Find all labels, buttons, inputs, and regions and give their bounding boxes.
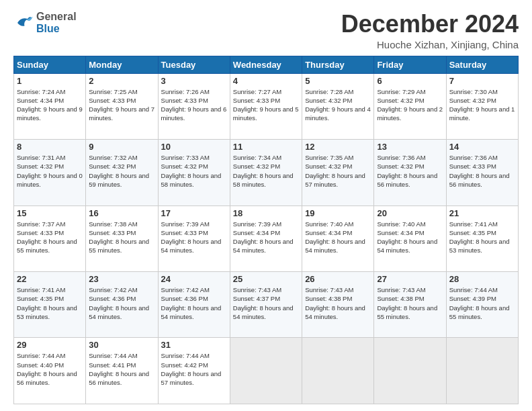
table-row xyxy=(446,338,518,404)
day-number: 22 xyxy=(17,274,83,284)
day-info: Sunrise: 7:35 AMSunset: 4:32 PMDaylight:… xyxy=(305,153,371,189)
day-number: 3 xyxy=(161,76,227,86)
day-info: Sunrise: 7:44 AMSunset: 4:42 PMDaylight:… xyxy=(161,351,227,387)
day-info: Sunrise: 7:44 AMSunset: 4:41 PMDaylight:… xyxy=(89,351,154,387)
day-number: 20 xyxy=(377,208,443,218)
day-info: Sunrise: 7:44 AMSunset: 4:40 PMDaylight:… xyxy=(17,351,83,387)
day-info: Sunrise: 7:34 AMSunset: 4:32 PMDaylight:… xyxy=(233,153,299,189)
day-number: 16 xyxy=(89,208,154,218)
day-number: 15 xyxy=(17,208,83,218)
calendar-week-row: 22 Sunrise: 7:41 AMSunset: 4:35 PMDaylig… xyxy=(14,272,519,338)
day-number: 7 xyxy=(449,76,515,86)
day-info: Sunrise: 7:33 AMSunset: 4:32 PMDaylight:… xyxy=(161,153,227,189)
day-info: Sunrise: 7:36 AMSunset: 4:32 PMDaylight:… xyxy=(377,153,443,189)
col-wednesday: Wednesday xyxy=(230,56,302,73)
day-number: 19 xyxy=(305,208,371,218)
table-row: 16 Sunrise: 7:38 AMSunset: 4:33 PMDaylig… xyxy=(86,205,158,271)
table-row: 1 Sunrise: 7:24 AMSunset: 4:34 PMDayligh… xyxy=(14,73,86,139)
col-sunday: Sunday xyxy=(14,56,86,73)
table-row: 29 Sunrise: 7:44 AMSunset: 4:40 PMDaylig… xyxy=(14,338,86,404)
day-info: Sunrise: 7:39 AMSunset: 4:34 PMDaylight:… xyxy=(233,220,299,255)
day-number: 10 xyxy=(161,142,227,152)
calendar-week-row: 1 Sunrise: 7:24 AMSunset: 4:34 PMDayligh… xyxy=(14,73,519,139)
table-row: 6 Sunrise: 7:29 AMSunset: 4:32 PMDayligh… xyxy=(374,73,446,139)
day-info: Sunrise: 7:25 AMSunset: 4:33 PMDaylight:… xyxy=(89,87,154,123)
day-number: 9 xyxy=(89,142,154,152)
table-row xyxy=(374,338,446,404)
day-info: Sunrise: 7:44 AMSunset: 4:39 PMDaylight:… xyxy=(449,285,515,321)
day-number: 18 xyxy=(233,208,299,218)
table-row: 11 Sunrise: 7:34 AMSunset: 4:32 PMDaylig… xyxy=(230,140,302,205)
day-info: Sunrise: 7:43 AMSunset: 4:37 PMDaylight:… xyxy=(233,285,299,321)
table-row: 21 Sunrise: 7:41 AMSunset: 4:35 PMDaylig… xyxy=(446,205,518,271)
day-number: 29 xyxy=(17,340,83,350)
table-row: 22 Sunrise: 7:41 AMSunset: 4:35 PMDaylig… xyxy=(14,272,86,338)
logo-text: General Blue xyxy=(36,11,77,34)
table-row: 3 Sunrise: 7:26 AMSunset: 4:33 PMDayligh… xyxy=(158,73,230,139)
day-number: 31 xyxy=(161,340,227,350)
table-row: 30 Sunrise: 7:44 AMSunset: 4:41 PMDaylig… xyxy=(86,338,158,404)
day-number: 24 xyxy=(161,274,227,284)
day-info: Sunrise: 7:36 AMSunset: 4:33 PMDaylight:… xyxy=(449,153,515,189)
table-row: 25 Sunrise: 7:43 AMSunset: 4:37 PMDaylig… xyxy=(230,272,302,338)
table-row: 23 Sunrise: 7:42 AMSunset: 4:36 PMDaylig… xyxy=(86,272,158,338)
day-info: Sunrise: 7:38 AMSunset: 4:33 PMDaylight:… xyxy=(89,220,154,255)
table-row: 27 Sunrise: 7:43 AMSunset: 4:38 PMDaylig… xyxy=(374,272,446,338)
calendar-week-row: 15 Sunrise: 7:37 AMSunset: 4:33 PMDaylig… xyxy=(14,205,519,271)
calendar-week-row: 29 Sunrise: 7:44 AMSunset: 4:40 PMDaylig… xyxy=(14,338,519,404)
day-info: Sunrise: 7:29 AMSunset: 4:32 PMDaylight:… xyxy=(377,87,443,123)
table-row xyxy=(230,338,302,404)
day-info: Sunrise: 7:43 AMSunset: 4:38 PMDaylight:… xyxy=(305,285,371,321)
day-number: 14 xyxy=(449,142,515,152)
table-row: 26 Sunrise: 7:43 AMSunset: 4:38 PMDaylig… xyxy=(302,272,374,338)
day-number: 13 xyxy=(377,142,443,152)
col-monday: Monday xyxy=(86,56,158,73)
col-saturday: Saturday xyxy=(446,56,518,73)
table-row: 14 Sunrise: 7:36 AMSunset: 4:33 PMDaylig… xyxy=(446,140,518,205)
day-info: Sunrise: 7:43 AMSunset: 4:38 PMDaylight:… xyxy=(377,285,443,321)
day-number: 27 xyxy=(377,274,443,284)
table-row: 13 Sunrise: 7:36 AMSunset: 4:32 PMDaylig… xyxy=(374,140,446,205)
day-info: Sunrise: 7:42 AMSunset: 4:36 PMDaylight:… xyxy=(89,285,154,321)
day-number: 5 xyxy=(305,76,371,86)
table-row: 10 Sunrise: 7:33 AMSunset: 4:32 PMDaylig… xyxy=(158,140,230,205)
day-info: Sunrise: 7:41 AMSunset: 4:35 PMDaylight:… xyxy=(449,220,515,255)
table-row: 19 Sunrise: 7:40 AMSunset: 4:34 PMDaylig… xyxy=(302,205,374,271)
calendar-week-row: 8 Sunrise: 7:31 AMSunset: 4:32 PMDayligh… xyxy=(14,140,519,205)
page-header: General Blue December 2024 Huoche Xizhan… xyxy=(13,11,519,50)
table-row: 31 Sunrise: 7:44 AMSunset: 4:42 PMDaylig… xyxy=(158,338,230,404)
logo-icon xyxy=(13,13,34,33)
day-number: 28 xyxy=(449,274,515,284)
table-row: 28 Sunrise: 7:44 AMSunset: 4:39 PMDaylig… xyxy=(446,272,518,338)
day-number: 26 xyxy=(305,274,371,284)
table-row: 2 Sunrise: 7:25 AMSunset: 4:33 PMDayligh… xyxy=(86,73,158,139)
day-info: Sunrise: 7:41 AMSunset: 4:35 PMDaylight:… xyxy=(17,285,83,321)
logo: General Blue xyxy=(13,11,77,34)
table-row: 4 Sunrise: 7:27 AMSunset: 4:33 PMDayligh… xyxy=(230,73,302,139)
calendar-header-row: Sunday Monday Tuesday Wednesday Thursday… xyxy=(14,56,519,73)
day-number: 1 xyxy=(17,76,83,86)
table-row: 17 Sunrise: 7:39 AMSunset: 4:33 PMDaylig… xyxy=(158,205,230,271)
day-info: Sunrise: 7:28 AMSunset: 4:32 PMDaylight:… xyxy=(305,87,371,123)
day-info: Sunrise: 7:42 AMSunset: 4:36 PMDaylight:… xyxy=(161,285,227,321)
day-number: 12 xyxy=(305,142,371,152)
page-container: General Blue December 2024 Huoche Xizhan… xyxy=(0,0,532,411)
day-number: 6 xyxy=(377,76,443,86)
day-number: 2 xyxy=(89,76,154,86)
table-row: 18 Sunrise: 7:39 AMSunset: 4:34 PMDaylig… xyxy=(230,205,302,271)
table-row xyxy=(302,338,374,404)
table-row: 15 Sunrise: 7:37 AMSunset: 4:33 PMDaylig… xyxy=(14,205,86,271)
day-info: Sunrise: 7:37 AMSunset: 4:33 PMDaylight:… xyxy=(17,220,83,255)
day-number: 4 xyxy=(233,76,299,86)
col-tuesday: Tuesday xyxy=(158,56,230,73)
location: Huoche Xizhan, Xinjiang, China xyxy=(341,39,519,50)
day-number: 8 xyxy=(17,142,83,152)
day-info: Sunrise: 7:40 AMSunset: 4:34 PMDaylight:… xyxy=(305,220,371,255)
day-info: Sunrise: 7:39 AMSunset: 4:33 PMDaylight:… xyxy=(161,220,227,255)
day-number: 11 xyxy=(233,142,299,152)
day-number: 23 xyxy=(89,274,154,284)
table-row: 24 Sunrise: 7:42 AMSunset: 4:36 PMDaylig… xyxy=(158,272,230,338)
table-row: 7 Sunrise: 7:30 AMSunset: 4:32 PMDayligh… xyxy=(446,73,518,139)
day-number: 21 xyxy=(449,208,515,218)
table-row: 20 Sunrise: 7:40 AMSunset: 4:34 PMDaylig… xyxy=(374,205,446,271)
